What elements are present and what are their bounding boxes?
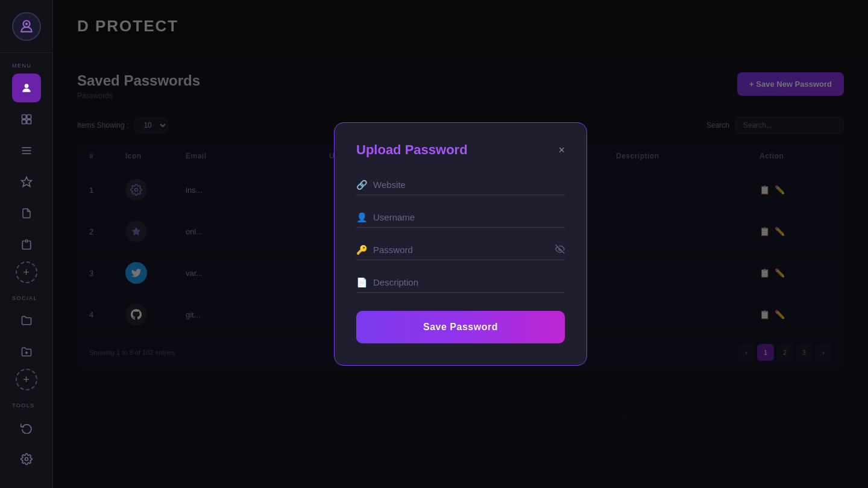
sidebar-add-social[interactable]: + <box>16 369 37 390</box>
sidebar-item-profile[interactable] <box>12 74 41 102</box>
svg-rect-5 <box>22 120 26 124</box>
password-input[interactable] <box>356 240 565 260</box>
svg-point-2 <box>24 84 28 88</box>
sidebar-item-refresh[interactable] <box>12 413 41 442</box>
sidebar-item-star[interactable] <box>12 167 41 196</box>
tools-section-label: TOOLS <box>0 402 35 408</box>
link-icon: 🔗 <box>356 180 368 190</box>
sidebar-item-document[interactable] <box>12 199 41 228</box>
modal-overlay: Upload Password × 🔗 👤 🔑 <box>53 0 868 488</box>
sidebar-add-menu[interactable]: + <box>16 261 37 283</box>
svg-marker-10 <box>21 177 31 187</box>
svg-rect-11 <box>25 240 28 242</box>
modal-title: Upload Password <box>356 142 468 158</box>
svg-rect-6 <box>27 120 31 124</box>
sidebar-item-gallery[interactable] <box>12 105 41 134</box>
username-field: 👤 <box>356 207 565 228</box>
description-icon: 📄 <box>356 277 368 288</box>
website-field: 🔗 <box>356 175 565 195</box>
svg-rect-4 <box>27 115 31 119</box>
user-icon: 👤 <box>356 212 368 223</box>
upload-password-modal: Upload Password × 🔗 👤 🔑 <box>334 122 587 366</box>
sidebar-item-clipboard[interactable] <box>12 230 41 259</box>
sidebar-item-folder1[interactable] <box>12 306 41 335</box>
main-content: D PROTECT Saved Passwords Passwords + Sa… <box>53 0 868 488</box>
svg-rect-3 <box>22 115 26 119</box>
description-input[interactable] <box>356 272 565 293</box>
sidebar-item-list[interactable] <box>12 136 41 165</box>
modal-header: Upload Password × <box>356 142 565 158</box>
website-input[interactable] <box>356 175 565 195</box>
sidebar-item-folder2[interactable] <box>12 337 41 366</box>
description-field: 📄 <box>356 272 565 293</box>
toggle-password-visibility-icon[interactable] <box>555 245 565 256</box>
key-icon: 🔑 <box>356 245 368 255</box>
app-logo <box>12 12 41 41</box>
sidebar: MENU + SOCIAL + TOOLS <box>0 0 53 488</box>
username-input[interactable] <box>356 207 565 228</box>
logo-area <box>0 0 53 53</box>
sidebar-item-settings[interactable] <box>12 445 41 474</box>
svg-point-14 <box>25 458 28 461</box>
password-field: 🔑 <box>356 240 565 260</box>
svg-point-1 <box>25 22 27 25</box>
menu-section-label: MENU <box>0 63 32 69</box>
modal-close-button[interactable]: × <box>558 145 565 155</box>
save-password-button[interactable]: Save Password <box>356 311 565 343</box>
social-section-label: SOCIAL <box>0 295 37 301</box>
